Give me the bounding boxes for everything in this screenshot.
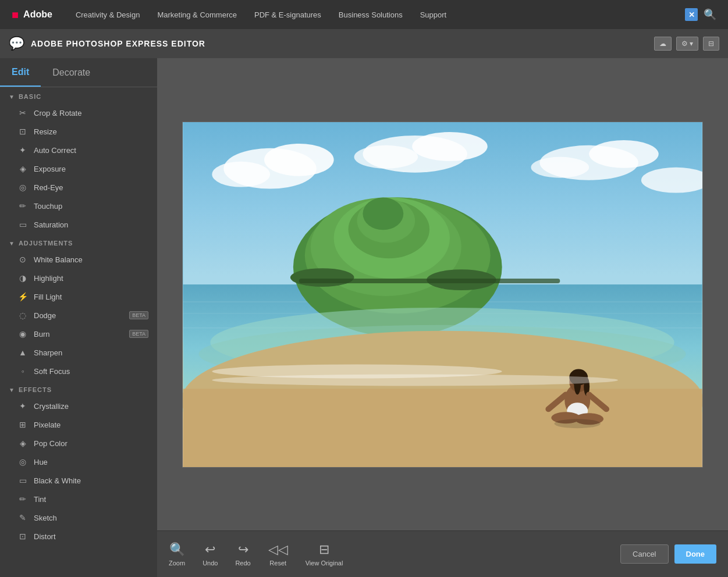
redo-icon: ↪ bbox=[238, 542, 248, 557]
basic-arrow-icon: ▼ bbox=[9, 94, 15, 100]
section-adjustments-header: ▼ ADJUSTMENTS bbox=[0, 234, 157, 250]
view-tool-button[interactable]: ⊟ bbox=[703, 37, 719, 51]
white-balance-icon: ⊙ bbox=[17, 254, 28, 265]
red-eye-icon: ◎ bbox=[17, 182, 28, 193]
app-header-tools: ☁ ⚙ ▾ ⊟ bbox=[654, 37, 719, 51]
sidebar-item-pixelate[interactable]: ⊞ Pixelate bbox=[0, 415, 157, 434]
crop-rotate-icon: ✂ bbox=[17, 108, 28, 118]
zoom-tool[interactable]: 🔍 Zoom bbox=[169, 542, 185, 567]
tint-icon: ✏ bbox=[17, 494, 28, 504]
sidebar-item-crop-rotate[interactable]: ✂ Crop & Rotate bbox=[0, 104, 157, 122]
nav-link-marketing[interactable]: Marketing & Commerce bbox=[157, 10, 237, 19]
sidebar-item-auto-correct[interactable]: ✦ Auto Correct bbox=[0, 141, 157, 159]
sidebar-item-pop-color[interactable]: ◈ Pop Color bbox=[0, 434, 157, 453]
top-navigation: ■ Adobe Creativity & Design Marketing & … bbox=[0, 0, 728, 29]
canvas-container bbox=[157, 58, 728, 530]
main-layout: Edit Decorate ▼ BASIC ✂ Crop & Rotate ⊡ … bbox=[0, 58, 728, 577]
sidebar-item-black-white[interactable]: ▭ Black & White bbox=[0, 471, 157, 490]
sidebar-item-touchup[interactable]: ✏ Touchup bbox=[0, 197, 157, 215]
sidebar-item-label: Crystallize bbox=[34, 402, 69, 411]
svg-point-3 bbox=[212, 161, 270, 187]
cancel-button[interactable]: Cancel bbox=[620, 544, 668, 564]
app-header: 💬 ADOBE PHOTOSHOP EXPRESS EDITOR ☁ ⚙ ▾ ⊟ bbox=[0, 29, 728, 58]
close-button[interactable]: ✕ bbox=[685, 8, 698, 21]
hue-icon: ◎ bbox=[17, 457, 28, 467]
undo-tool[interactable]: ↩ Undo bbox=[203, 542, 218, 567]
app-title: 💬 ADOBE PHOTOSHOP EXPRESS EDITOR bbox=[9, 36, 205, 51]
sidebar-item-dodge[interactable]: ◌ Dodge BETA bbox=[0, 306, 157, 325]
redo-label: Redo bbox=[235, 560, 250, 567]
zoom-label: Zoom bbox=[169, 560, 185, 567]
sidebar-item-burn[interactable]: ◉ Burn BETA bbox=[0, 325, 157, 343]
tab-decorate[interactable]: Decorate bbox=[41, 58, 102, 87]
sidebar-item-tint[interactable]: ✏ Tint bbox=[0, 490, 157, 508]
svg-rect-39 bbox=[299, 279, 560, 283]
section-basic-label: BASIC bbox=[19, 93, 41, 100]
sidebar-item-label: Exposure bbox=[34, 165, 66, 173]
sidebar-item-crystallize[interactable]: ✦ Crystallize bbox=[0, 397, 157, 415]
sidebar-item-white-balance[interactable]: ⊙ White Balance bbox=[0, 250, 157, 269]
svg-point-9 bbox=[531, 156, 589, 177]
sketch-icon: ✎ bbox=[17, 512, 28, 523]
zoom-icon: 🔍 bbox=[169, 542, 185, 557]
sidebar-item-highlight[interactable]: ◑ Highlight bbox=[0, 269, 157, 287]
sharpen-icon: ▲ bbox=[17, 347, 28, 358]
undo-icon: ↩ bbox=[205, 542, 215, 557]
section-adjustments-label: ADJUSTMENTS bbox=[19, 240, 73, 247]
sidebar-item-label: Tint bbox=[34, 495, 46, 504]
sidebar-item-sharpen[interactable]: ▲ Sharpen bbox=[0, 343, 157, 362]
tab-edit[interactable]: Edit bbox=[0, 58, 41, 87]
section-basic-header: ▼ BASIC bbox=[0, 87, 157, 104]
distort-icon: ⊡ bbox=[17, 531, 28, 542]
search-icon[interactable]: 🔍 bbox=[704, 8, 716, 21]
redo-tool[interactable]: ↪ Redo bbox=[235, 542, 250, 567]
view-original-tool[interactable]: ⊟ View Original bbox=[306, 542, 343, 567]
reset-tool[interactable]: ◁◁ Reset bbox=[268, 542, 288, 567]
reset-label: Reset bbox=[269, 560, 286, 567]
sidebar-item-label: Dodge bbox=[34, 311, 56, 320]
app-title-text: ADOBE PHOTOSHOP EXPRESS EDITOR bbox=[31, 39, 205, 48]
crystallize-icon: ✦ bbox=[17, 401, 28, 411]
svg-point-38 bbox=[554, 419, 601, 428]
resize-icon: ⊡ bbox=[17, 126, 28, 137]
sidebar-item-label: Resize bbox=[34, 127, 57, 136]
sidebar-item-red-eye[interactable]: ◎ Red-Eye bbox=[0, 178, 157, 197]
nav-link-business[interactable]: Business Solutions bbox=[339, 10, 403, 19]
auto-correct-icon: ✦ bbox=[17, 145, 28, 155]
sidebar-item-sketch[interactable]: ✎ Sketch bbox=[0, 508, 157, 527]
nav-link-pdf[interactable]: PDF & E-signatures bbox=[254, 10, 321, 19]
svg-point-8 bbox=[589, 140, 659, 168]
toolbar-actions: Cancel Done bbox=[620, 544, 716, 564]
settings-tool-button[interactable]: ⚙ ▾ bbox=[676, 37, 698, 51]
sidebar-item-exposure[interactable]: ◈ Exposure bbox=[0, 159, 157, 178]
nav-link-support[interactable]: Support bbox=[420, 10, 447, 19]
svg-point-6 bbox=[354, 145, 418, 168]
view-original-label: View Original bbox=[306, 560, 343, 567]
nav-link-creativity[interactable]: Creativity & Design bbox=[76, 10, 140, 19]
nav-links: Creativity & Design Marketing & Commerce… bbox=[76, 10, 662, 19]
sidebar-item-label: Red-Eye bbox=[34, 183, 63, 192]
bottom-toolbar: 🔍 Zoom ↩ Undo ↪ Redo ◁◁ Reset ⊟ View bbox=[157, 530, 728, 577]
sidebar-item-distort[interactable]: ⊡ Distort bbox=[0, 527, 157, 546]
view-original-icon: ⊟ bbox=[319, 542, 329, 557]
svg-point-23 bbox=[290, 268, 354, 287]
sidebar-item-hue[interactable]: ◎ Hue bbox=[0, 453, 157, 471]
sidebar-item-resize[interactable]: ⊡ Resize bbox=[0, 122, 157, 141]
pixelate-icon: ⊞ bbox=[17, 419, 28, 430]
section-effects-header: ▼ EFFECTS bbox=[0, 380, 157, 397]
sidebar-item-soft-focus[interactable]: ◦ Soft Focus bbox=[0, 362, 157, 380]
undo-label: Undo bbox=[203, 560, 218, 567]
adjustments-arrow-icon: ▼ bbox=[9, 240, 15, 247]
adobe-logo[interactable]: ■ Adobe bbox=[12, 8, 52, 22]
dodge-icon: ◌ bbox=[17, 310, 28, 320]
fill-light-icon: ⚡ bbox=[17, 291, 28, 302]
sidebar-item-fill-light[interactable]: ⚡ Fill Light bbox=[0, 287, 157, 306]
sidebar-item-label: Saturation bbox=[34, 220, 68, 229]
sidebar-item-saturation[interactable]: ▭ Saturation bbox=[0, 215, 157, 234]
done-button[interactable]: Done bbox=[674, 544, 717, 564]
cloud-tool-button[interactable]: ☁ bbox=[654, 37, 672, 51]
saturation-icon: ▭ bbox=[17, 219, 28, 230]
highlight-icon: ◑ bbox=[17, 273, 28, 283]
brand-name: Adobe bbox=[23, 9, 52, 20]
top-nav-icons: ✕ 🔍 bbox=[685, 8, 716, 21]
